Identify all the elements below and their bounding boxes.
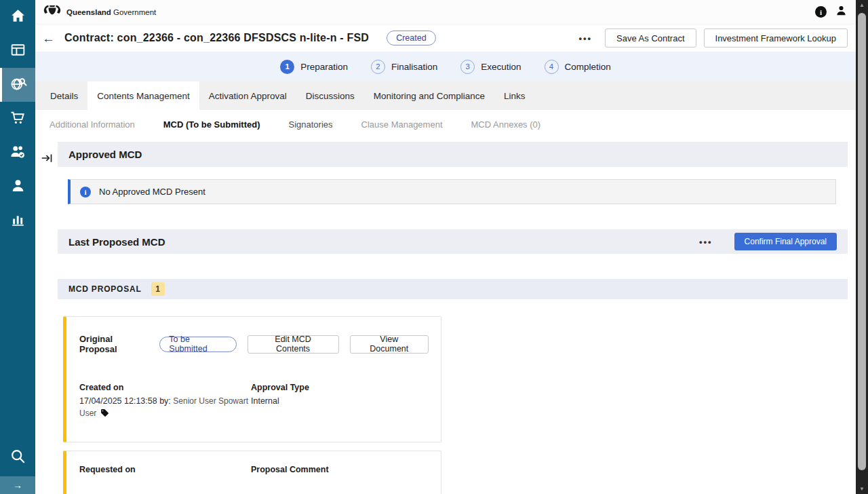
sidebar-item-dashboard[interactable]	[0, 34, 35, 68]
proposal-count-badge: 1	[151, 282, 165, 296]
proposal-comment-field: Proposal Comment	[251, 465, 329, 477]
created-timestamp: 17/04/2025 12:13:58 by:	[79, 396, 171, 406]
tag-icon	[100, 410, 109, 419]
mcd-proposal-header: MCD PROPOSAL 1	[58, 279, 848, 299]
last-proposed-mcd-title: Last Proposed MCD	[68, 236, 165, 248]
collapse-panel-icon[interactable]	[41, 152, 54, 166]
approval-type-label: Approval Type	[251, 383, 309, 392]
qld-coat-of-arms-icon	[42, 3, 62, 21]
main-area: Queensland Government i ← Contract: con_…	[35, 0, 856, 494]
person-icon	[9, 177, 26, 197]
sidebar-item-suppliers[interactable]	[0, 136, 35, 170]
step-preparation[interactable]: 1 Preparation	[280, 60, 348, 74]
arrow-right-icon: →	[13, 480, 22, 491]
step-number: 4	[545, 60, 559, 74]
save-as-contract-button[interactable]: Save As Contract	[605, 28, 696, 48]
dashboard-icon	[9, 41, 26, 61]
more-options-icon[interactable]: •••	[694, 237, 718, 247]
globe-search-icon	[9, 75, 27, 96]
sidebar-item-shopping[interactable]	[0, 102, 35, 136]
alert-text: No Approved MCD Present	[99, 187, 205, 197]
sidebar-item-home[interactable]	[0, 0, 35, 34]
search-icon	[9, 447, 26, 468]
subtab-clause-management[interactable]: Clause Management	[347, 119, 457, 130]
info-icon[interactable]: i	[815, 6, 827, 18]
phase-stepper: 1 Preparation 2 Finalisation 3 Execution…	[35, 52, 856, 81]
tab-links[interactable]: Links	[494, 81, 535, 110]
content-area: Approved MCD i No Approved MCD Present L…	[35, 142, 856, 494]
tab-details[interactable]: Details	[41, 81, 87, 110]
user-profile-icon[interactable]	[835, 4, 848, 20]
step-label: Finalisation	[391, 62, 437, 72]
sidebar: →	[0, 0, 35, 494]
subtab-signatories[interactable]: Signatories	[275, 119, 347, 130]
home-icon	[9, 7, 26, 27]
proposal-name: Original Proposal	[79, 334, 149, 354]
sidebar-item-analytics[interactable]	[0, 204, 35, 238]
vertical-scrollbar[interactable]: ▲ ▼	[856, 0, 868, 494]
view-document-button[interactable]: View Document	[350, 335, 429, 354]
request-card-fields: Requested on Proposal Comment	[79, 465, 429, 477]
step-number: 2	[371, 60, 385, 74]
scroll-up-icon[interactable]: ▲	[856, 0, 868, 10]
scrollbar-thumb[interactable]	[858, 13, 866, 470]
proposal-comment-label: Proposal Comment	[251, 465, 329, 474]
subtab-mcd-to-be-submitted[interactable]: MCD (To be Submitted)	[149, 119, 275, 130]
subtab-additional-information[interactable]: Additional Information	[35, 119, 149, 130]
more-options-icon[interactable]: •••	[573, 33, 597, 43]
top-bar: Queensland Government i	[35, 0, 856, 24]
approval-type-value: Internal	[251, 395, 309, 407]
page-title: Contract: con_22366 - con_22366 DFSDSCS …	[64, 32, 369, 44]
brand-text: Queensland Government	[66, 8, 156, 16]
brand-logo: Queensland Government	[42, 3, 156, 21]
step-execution[interactable]: 3 Execution	[460, 60, 521, 74]
requested-on-field: Requested on	[79, 465, 251, 477]
sidebar-item-contacts[interactable]	[0, 170, 35, 204]
back-arrow-icon[interactable]: ←	[42, 32, 55, 45]
approved-mcd-header: Approved MCD	[58, 142, 848, 167]
mcd-proposal-title: MCD PROPOSAL	[68, 284, 142, 294]
proposal-status-badge: To be Submitted	[159, 337, 236, 352]
step-number: 1	[280, 60, 294, 74]
subtab-mcd-annexes[interactable]: MCD Annexes (0)	[457, 119, 555, 130]
investment-framework-lookup-button[interactable]: Investment Framework Lookup	[704, 28, 848, 48]
sidebar-expand-button[interactable]: →	[0, 476, 35, 494]
tab-monitoring-and-compliance[interactable]: Monitoring and Compliance	[364, 81, 494, 110]
last-proposed-actions: ••• Confirm Final Approval	[694, 233, 837, 250]
brand-regular: Government	[113, 8, 156, 16]
scroll-down-icon[interactable]: ▼	[856, 484, 868, 494]
approval-type-field: Approval Type Internal	[251, 383, 309, 421]
contract-title-bar: ← Contract: con_22366 - con_22366 DFSDSC…	[35, 24, 856, 52]
created-on-value: 17/04/2025 12:13:58 by: Senior User Spow…	[79, 395, 251, 421]
no-approved-mcd-alert: i No Approved MCD Present	[68, 179, 836, 204]
step-label: Preparation	[300, 62, 348, 72]
bar-chart-icon	[9, 211, 26, 231]
tab-contents-management[interactable]: Contents Management	[87, 81, 199, 110]
step-finalisation[interactable]: 2 Finalisation	[371, 60, 437, 74]
people-check-icon	[9, 142, 26, 163]
approved-mcd-title: Approved MCD	[68, 149, 142, 160]
proposal-card-header-row: Original Proposal To be Submitted Edit M…	[79, 334, 429, 354]
brand-bold: Queensland	[66, 8, 111, 16]
sidebar-item-sourcing[interactable]	[0, 68, 35, 102]
tab-activation-approval[interactable]: Activation Approval	[199, 81, 296, 110]
original-proposal-card: Original Proposal To be Submitted Edit M…	[63, 316, 441, 442]
subtab-bar: Additional Information MCD (To be Submit…	[35, 110, 856, 139]
tab-discussions[interactable]: Discussions	[296, 81, 364, 110]
step-label: Execution	[481, 62, 521, 72]
step-number: 3	[460, 60, 475, 74]
app-window: → Queensland Government i ← Contract: co…	[0, 0, 868, 494]
sidebar-search-button[interactable]	[0, 442, 35, 472]
created-on-label: Created on	[79, 383, 251, 392]
info-circle-icon: i	[80, 187, 91, 197]
step-label: Completion	[565, 62, 611, 72]
edit-mcd-contents-button[interactable]: Edit MCD Contents	[248, 335, 339, 354]
requested-on-label: Requested on	[79, 465, 251, 474]
topbar-actions: i	[815, 4, 848, 20]
cart-icon	[9, 109, 26, 129]
proposal-card-fields: Created on 17/04/2025 12:13:58 by: Senio…	[79, 383, 429, 421]
confirm-final-approval-button[interactable]: Confirm Final Approval	[734, 233, 837, 250]
step-completion[interactable]: 4 Completion	[545, 60, 611, 74]
tab-bar: Details Contents Management Activation A…	[35, 81, 856, 110]
titlebar-actions: ••• Save As Contract Investment Framewor…	[573, 28, 848, 48]
